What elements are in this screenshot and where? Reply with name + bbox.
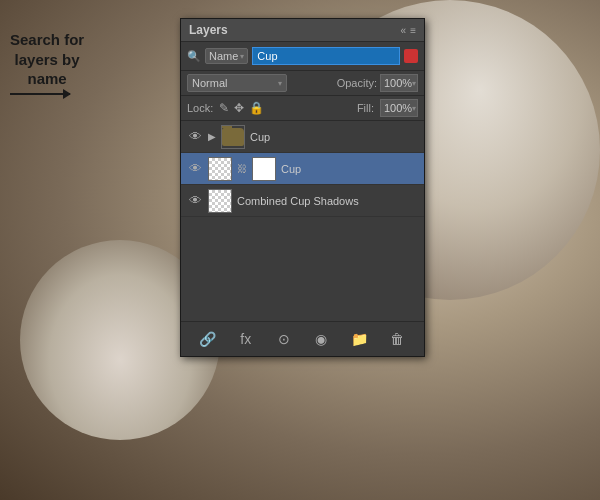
layers-list: 👁 ▶ Cup 👁 ⛓ Cup 👁 Combined Cup Shadows (181, 121, 424, 321)
lock-pixel-button[interactable]: ✎ (219, 101, 229, 115)
arrow-line (10, 93, 70, 95)
layer-thumbnail (221, 125, 245, 149)
link-button[interactable]: 🔗 (197, 328, 219, 350)
delete-icon: 🗑 (390, 331, 404, 347)
lock-icons: ✎ ✥ 🔒 (219, 101, 264, 115)
layer-mask-thumbnail (252, 157, 276, 181)
delete-button[interactable]: 🗑 (386, 328, 408, 350)
search-bar: 🔍 Name ▾ (181, 42, 424, 71)
mask-icon: ◉ (315, 331, 327, 347)
adjustment-button[interactable]: ⊙ (273, 328, 295, 350)
fx-icon: fx (240, 331, 251, 347)
opacity-input[interactable]: 100% ▾ (380, 74, 418, 92)
layer-name: Cup (250, 131, 418, 143)
panel-toolbar: 🔗 fx ⊙ ◉ 📁 🗑 (181, 321, 424, 356)
link-icon: 🔗 (199, 331, 216, 347)
layer-thumbnail (208, 157, 232, 181)
layers-panel: Layers « ≡ 🔍 Name ▾ Normal ▾ Opacity: 10… (180, 18, 425, 357)
panel-collapse-button[interactable]: « (401, 25, 407, 36)
annotation: Search for layers by name (10, 30, 84, 95)
layer-name: Combined Cup Shadows (237, 195, 418, 207)
lock-row: Lock: ✎ ✥ 🔒 Fill: 100% ▾ (181, 96, 424, 121)
layer-row[interactable]: 👁 ▶ Cup (181, 121, 424, 153)
search-type-label: Name (209, 50, 238, 62)
search-icon: 🔍 (187, 50, 201, 63)
opacity-label: Opacity: (337, 77, 377, 89)
annotation-arrow (10, 93, 84, 95)
opacity-chevron: ▾ (412, 79, 416, 88)
layer-thumbnail (208, 189, 232, 213)
lock-label: Lock: (187, 102, 213, 114)
fx-button[interactable]: fx (235, 328, 257, 350)
panel-titlebar: Layers « ≡ (181, 19, 424, 42)
panel-menu-button[interactable]: ≡ (410, 25, 416, 36)
blend-mode-row: Normal ▾ Opacity: 100% ▾ (181, 71, 424, 96)
fill-label: Fill: (357, 102, 374, 114)
search-input[interactable] (252, 47, 400, 65)
blend-mode-chevron: ▾ (278, 79, 282, 88)
search-type-dropdown[interactable]: Name ▾ (205, 48, 248, 64)
layer-visibility-toggle[interactable]: 👁 (187, 161, 203, 177)
layer-row[interactable]: 👁 ⛓ Cup (181, 153, 424, 185)
folder-icon (222, 128, 244, 146)
annotation-text: Search for layers by name (10, 30, 84, 89)
mask-button[interactable]: ◉ (310, 328, 332, 350)
folder-icon: 📁 (351, 331, 368, 347)
blend-mode-label: Normal (192, 77, 227, 89)
search-clear-button[interactable] (404, 49, 418, 63)
panel-controls: « ≡ (401, 25, 416, 36)
opacity-row: Opacity: 100% ▾ (337, 74, 418, 92)
lock-move-button[interactable]: ✥ (234, 101, 244, 115)
panel-title: Layers (189, 23, 228, 37)
blend-mode-dropdown[interactable]: Normal ▾ (187, 74, 287, 92)
layer-visibility-toggle[interactable]: 👁 (187, 129, 203, 145)
fill-input[interactable]: 100% ▾ (380, 99, 418, 117)
new-group-button[interactable]: 📁 (348, 328, 370, 350)
chain-icon: ⛓ (237, 163, 247, 174)
fill-chevron: ▾ (412, 104, 416, 113)
adjustment-icon: ⊙ (278, 331, 290, 347)
layer-name: Cup (281, 163, 418, 175)
search-dropdown-chevron: ▾ (240, 52, 244, 61)
layer-visibility-toggle[interactable]: 👁 (187, 193, 203, 209)
layer-expand-button[interactable]: ▶ (208, 131, 216, 142)
layer-row[interactable]: 👁 Combined Cup Shadows (181, 185, 424, 217)
lock-all-button[interactable]: 🔒 (249, 101, 264, 115)
